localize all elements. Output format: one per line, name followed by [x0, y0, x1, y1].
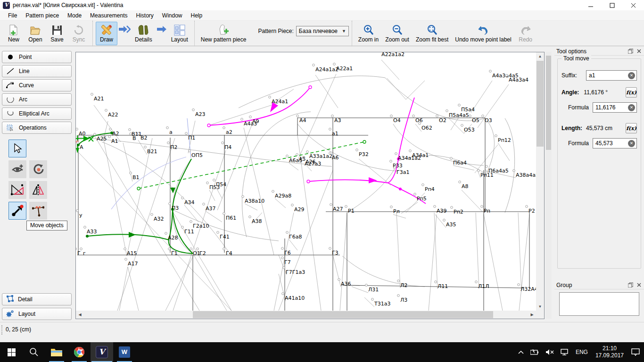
tray-battery-icon[interactable] — [528, 342, 541, 362]
scroll-up-icon[interactable]: ▲ — [536, 52, 544, 60]
menu-window[interactable]: Window — [158, 11, 187, 20]
pattern-drawing: A21A22A23A24a1A24a1a2A22a1A22a1a2A4a3a4a… — [76, 52, 536, 311]
length-formula-button[interactable]: f(x) — [626, 123, 637, 133]
pattern-piece-combobox[interactable]: База плечевое ▼ — [296, 26, 349, 36]
action-center-icon[interactable] — [629, 342, 642, 362]
taskbar-word[interactable]: W — [113, 342, 136, 362]
svg-text:Pп2: Pп2 — [454, 209, 463, 215]
true-darts-tool-button[interactable] — [29, 202, 47, 220]
svg-text:B: B — [132, 135, 136, 141]
start-button[interactable] — [0, 342, 23, 362]
group-list[interactable] — [559, 292, 639, 316]
menu-mode[interactable]: Mode — [63, 11, 86, 20]
category-curve[interactable]: Curve — [2, 79, 72, 91]
category-operations[interactable]: Operations — [2, 122, 72, 134]
length-label: Length: — [561, 125, 582, 132]
mode-layout-button[interactable]: Layout — [168, 22, 191, 45]
svg-text:Г7Г1a3: Г7Г1a3 — [286, 269, 305, 275]
select-tool-button[interactable] — [8, 140, 26, 157]
tray-clock[interactable]: 21:10 17.09.2017 — [592, 342, 627, 362]
zoom-fit-best-icon — [427, 24, 438, 36]
horizontal-scroll-thumb[interactable] — [193, 311, 493, 318]
open-button[interactable]: Open — [25, 22, 46, 45]
svg-text:A34: A34 — [184, 199, 195, 206]
svg-text:A24a1: A24a1 — [272, 99, 288, 105]
tray-network-icon[interactable] — [558, 342, 571, 362]
vertical-scroll-thumb[interactable] — [537, 61, 544, 147]
svg-text:Г7: Г7 — [284, 259, 291, 265]
menu-pattern-piece[interactable]: Pattern piece — [21, 11, 63, 20]
zoom-fit-best-button[interactable]: Zoom fit best — [413, 22, 452, 45]
zoom-out-button[interactable]: Zoom out — [382, 22, 413, 45]
pattern-canvas[interactable]: A21A22A23A24a1A24a1a2A22a1A22a1a2A4a3a4a… — [75, 52, 545, 319]
taskbar-search-button[interactable] — [23, 342, 45, 362]
menu-measurements[interactable]: Measurements — [86, 11, 132, 20]
angle-formula-button[interactable]: f(x) — [626, 87, 637, 98]
menu-history[interactable]: History — [132, 11, 157, 20]
svg-text:A35: A35 — [446, 222, 456, 228]
flip-by-axis-tool-button[interactable] — [29, 181, 47, 199]
taskbar-chrome[interactable] — [68, 342, 91, 362]
scroll-down-icon[interactable]: ▼ — [536, 303, 544, 311]
close-panel-icon[interactable] — [636, 48, 642, 55]
category-line[interactable]: Line — [2, 65, 72, 77]
undo-button[interactable]: Undo move point label — [452, 22, 514, 45]
clear-length-formula-icon[interactable]: ✕ — [628, 140, 635, 147]
svg-text:B2: B2 — [140, 135, 148, 141]
suffix-input[interactable]: a1 ✕ — [586, 70, 637, 81]
new-file-icon — [8, 24, 19, 36]
save-button[interactable]: Save — [46, 22, 68, 45]
tray-volume-muted-icon[interactable] — [543, 342, 556, 362]
category-arc[interactable]: Arc — [2, 93, 72, 106]
maximize-button[interactable] — [602, 0, 623, 10]
draw-mode-icon — [100, 24, 113, 36]
menu-file[interactable]: File — [4, 11, 21, 20]
scroll-left-icon[interactable]: ◀ — [76, 311, 84, 319]
angle-formula-input[interactable]: 11,6176 ✕ — [593, 102, 637, 113]
svg-text:Л31: Л31 — [368, 287, 379, 293]
layout-button[interactable]: Layout — [2, 308, 72, 320]
category-point[interactable]: Point — [2, 51, 72, 63]
length-formula-input[interactable]: 45,573 ✕ — [593, 138, 637, 148]
float-group-panel-icon[interactable] — [627, 282, 634, 288]
canvas-vertical-scrollbar[interactable]: ▲ ▼ — [536, 52, 544, 311]
angle-value: 11,6176 ° — [584, 89, 608, 96]
windows-taskbar: V W ENG 21:10 17.09.2017 — [0, 342, 644, 362]
mode-draw-button[interactable]: Draw — [96, 22, 117, 45]
angle-formula-label: Formula — [568, 104, 593, 111]
clear-angle-formula-icon[interactable]: ✕ — [628, 104, 635, 111]
pattern-piece-label: Pattern Piece: — [258, 28, 293, 34]
detail-button[interactable]: Detail — [2, 293, 72, 305]
dock-scroll-thumb[interactable] — [546, 56, 551, 150]
tray-language[interactable]: ENG — [573, 342, 590, 362]
dock-scrollbar[interactable] — [545, 52, 552, 319]
move-tool-button[interactable] — [8, 202, 26, 220]
zoom-in-button[interactable]: Zoom in — [355, 22, 382, 45]
search-icon — [29, 347, 39, 357]
flip-by-line-tool-button[interactable] — [8, 181, 26, 199]
taskbar-valentina[interactable]: V — [91, 342, 113, 362]
clear-suffix-icon[interactable]: ✕ — [628, 72, 635, 79]
menu-help[interactable]: Help — [187, 11, 207, 20]
sync-button[interactable]: Sync — [68, 22, 90, 45]
new-pattern-piece-button[interactable]: New pattern piece — [198, 22, 250, 45]
mode-details-button[interactable]: Details — [132, 22, 156, 45]
new-button[interactable]: New — [3, 22, 25, 45]
scroll-right-icon[interactable]: ▶ — [528, 311, 536, 319]
rotate-tool-button[interactable] — [29, 160, 47, 178]
windows-logo-icon — [8, 348, 16, 356]
svg-text:Г11: Г11 — [184, 229, 194, 235]
menu-bar: File Pattern piece Mode Measurements His… — [0, 10, 644, 21]
tray-chevron-up-icon[interactable] — [516, 342, 526, 362]
taskbar-file-explorer[interactable] — [45, 342, 68, 362]
svg-text:A3: A3 — [334, 117, 341, 123]
float-panel-icon[interactable] — [627, 48, 634, 55]
close-group-panel-icon[interactable] — [636, 282, 642, 288]
add-to-group-tool-button[interactable] — [8, 160, 26, 178]
svg-text:A28: A28 — [168, 235, 178, 241]
category-elliptical-arc[interactable]: Elliptical Arc — [2, 107, 72, 120]
minimize-button[interactable] — [580, 0, 602, 10]
canvas-horizontal-scrollbar[interactable]: ◀ ▶ — [76, 311, 536, 319]
close-button[interactable] — [623, 0, 644, 10]
redo-button[interactable]: Redo — [515, 22, 537, 45]
